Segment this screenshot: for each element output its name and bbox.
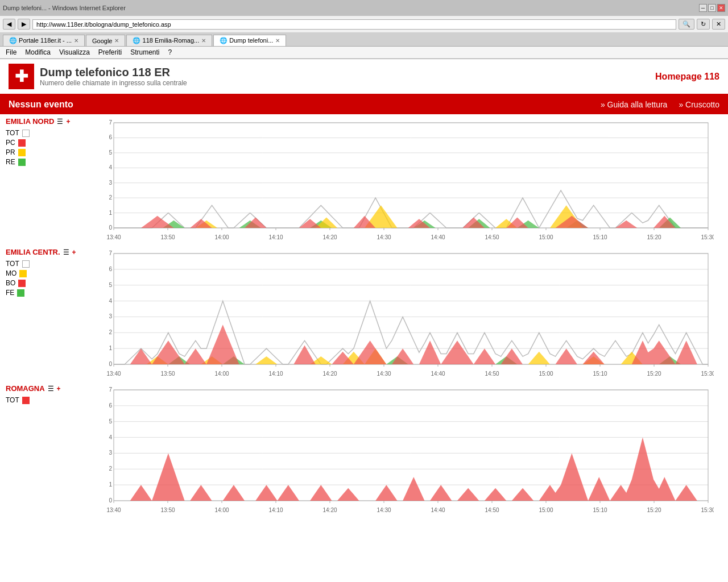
nav-bar: ◀ ▶ 🔍 ↻ ✕: [0, 16, 728, 33]
emilia-nord-add-icon[interactable]: +: [66, 118, 70, 126]
menu-visualizza[interactable]: Visualizza: [59, 48, 90, 56]
close-button[interactable]: ✕: [717, 4, 725, 12]
tabs-bar: 🌐 Portale 118er.it - ... ✕ Google ✕ 🌐 11…: [0, 33, 728, 47]
title-bar: Dump telefoni... - Windows Internet Expl…: [0, 0, 728, 16]
emilia-nord-section: EMILIA NORD ☰ + TOT PC PR: [0, 114, 728, 242]
homepage-link[interactable]: Homepage 118: [655, 72, 719, 82]
forward-button[interactable]: ▶: [18, 19, 30, 30]
event-bar: Nessun evento » Guida alla lettura » Cru…: [0, 95, 728, 114]
maximize-button[interactable]: □: [708, 4, 716, 12]
minimize-button[interactable]: ─: [699, 4, 707, 12]
event-text: Nessun evento: [9, 99, 73, 110]
logo-icon: ✚: [9, 64, 34, 89]
emilia-nord-title: EMILIA NORD: [6, 117, 54, 126]
tab-portale[interactable]: 🌐 Portale 118er.it - ... ✕: [3, 35, 85, 46]
tab-close-118[interactable]: ✕: [201, 38, 206, 44]
legend-box-tot-nord: [22, 130, 30, 137]
tab-google[interactable]: Google ✕: [86, 35, 125, 46]
menu-strumenti[interactable]: Strumenti: [130, 48, 159, 56]
legend-mo: MO: [6, 269, 100, 277]
emilia-centr-add-icon[interactable]: +: [72, 248, 76, 256]
stop-button[interactable]: ✕: [712, 19, 725, 30]
menu-modifica[interactable]: Modifica: [25, 48, 51, 56]
emilia-centr-title: EMILIA CENTR.: [6, 248, 60, 256]
page-content: ✚ Dump telefonico 118 ER Numero delle ch…: [0, 59, 728, 515]
menu-help[interactable]: ?: [168, 48, 172, 56]
tab-close-google[interactable]: ✕: [114, 38, 119, 44]
page-subtitle: Numero delle chiamate in ingresso sulla …: [40, 79, 187, 87]
tab-close-dump[interactable]: ✕: [275, 38, 280, 44]
page-title: Dump telefonico 118 ER: [40, 66, 187, 79]
legend-box-bo: [18, 280, 26, 287]
legend-box-pc: [18, 139, 26, 147]
guida-link[interactable]: » Guida alla lettura: [601, 100, 668, 109]
legend-box-tot-centr: [22, 260, 30, 268]
search-button[interactable]: 🔍: [679, 19, 694, 30]
legend-tot-romagna: TOT: [6, 396, 100, 404]
legend-pc: PC: [6, 139, 100, 147]
emilia-centr-section: EMILIA CENTR. ☰ + TOT MO BO: [0, 245, 728, 379]
emilia-centr-list-icon[interactable]: ☰: [63, 248, 69, 256]
tab-dump[interactable]: 🌐 Dump telefoni... ✕: [213, 35, 286, 46]
romagna-list-icon[interactable]: ☰: [48, 385, 54, 393]
cruscotto-link[interactable]: » Cruscotto: [679, 100, 719, 109]
tab-118-emilia[interactable]: 🌐 118 Emilia-Romag... ✕: [126, 35, 212, 46]
legend-box-pr: [18, 149, 26, 156]
romagna-add-icon[interactable]: +: [57, 385, 61, 393]
legend-box-mo: [19, 270, 27, 277]
legend-bo: BO: [6, 279, 100, 287]
romagna-title: ROMAGNA: [6, 384, 45, 393]
legend-tot-nord: TOT: [6, 129, 100, 137]
romagna-chart: [100, 384, 722, 515]
legend-box-re: [18, 159, 26, 166]
menu-preferiti[interactable]: Preferiti: [98, 48, 122, 56]
legend-tot-centr: TOT: [6, 260, 100, 268]
event-links: » Guida alla lettura » Cruscotto: [601, 100, 719, 109]
back-button[interactable]: ◀: [3, 19, 15, 30]
emilia-nord-list-icon[interactable]: ☰: [57, 118, 63, 126]
legend-box-tot-romagna: [22, 397, 30, 404]
tab-close-portale[interactable]: ✕: [74, 38, 78, 44]
legend-box-fe: [17, 289, 24, 297]
emilia-centr-chart: [100, 248, 722, 379]
address-bar[interactable]: [32, 19, 676, 30]
romagna-section: ROMAGNA ☰ + TOT: [0, 381, 728, 515]
refresh-button[interactable]: ↻: [697, 19, 710, 30]
menu-bar: File Modifica Visualizza Preferiti Strum…: [0, 47, 728, 59]
legend-pr: PR: [6, 148, 100, 156]
legend-fe: FE: [6, 289, 100, 297]
legend-re: RE: [6, 158, 100, 166]
emilia-nord-chart: [100, 117, 722, 242]
logo-area: ✚ Dump telefonico 118 ER Numero delle ch…: [9, 64, 187, 89]
page-header: ✚ Dump telefonico 118 ER Numero delle ch…: [0, 59, 728, 95]
menu-file[interactable]: File: [6, 48, 16, 56]
browser-chrome: Dump telefoni... - Windows Internet Expl…: [0, 0, 728, 59]
